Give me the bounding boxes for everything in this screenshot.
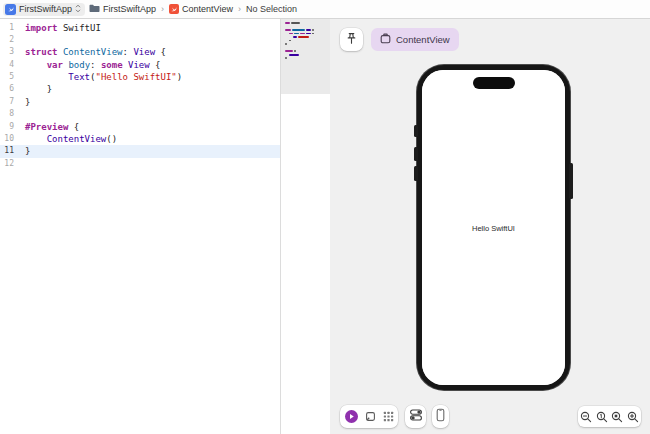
preview-tab-contentview[interactable]: ContentView xyxy=(371,28,459,51)
dynamic-island xyxy=(473,77,515,89)
line-number: 11 xyxy=(0,145,14,157)
line-number: 8 xyxy=(0,108,14,120)
device-settings-icon xyxy=(409,408,423,426)
minimap[interactable] xyxy=(281,19,330,434)
code-line-7[interactable]: 7} xyxy=(0,96,280,108)
code-line-8[interactable]: 8 xyxy=(0,108,280,120)
line-number: 9 xyxy=(0,121,14,133)
code-line-1[interactable]: 1import SwiftUI xyxy=(0,22,280,34)
xcode-window: FirstSwiftApp FirstSwiftApp › ContentVie… xyxy=(0,0,650,434)
line-number: 10 xyxy=(0,133,14,145)
code-editor[interactable]: 1import SwiftUI23struct ContentView: Vie… xyxy=(0,19,281,434)
code-line-5[interactable]: 5 Text("Hello SwiftUI") xyxy=(0,71,280,83)
preview-screen[interactable]: Hello SwiftUI xyxy=(422,70,565,385)
preview-text: Hello SwiftUI xyxy=(422,224,565,233)
line-number: 5 xyxy=(0,71,14,83)
volume-down-button xyxy=(414,166,418,181)
iphone-icon xyxy=(436,408,445,426)
zoom-in-button[interactable] xyxy=(625,411,641,423)
swift-file-icon xyxy=(169,4,179,14)
selectable-mode-button[interactable] xyxy=(365,411,376,422)
power-button xyxy=(569,163,573,199)
target-selector[interactable]: FirstSwiftApp xyxy=(3,3,85,16)
line-number: 7 xyxy=(0,96,14,108)
line-number: 2 xyxy=(0,34,14,46)
jump-bar: FirstSwiftApp FirstSwiftApp › ContentVie… xyxy=(0,0,650,19)
preview-tab-label: ContentView xyxy=(396,34,450,45)
code-lines: 1import SwiftUI23struct ContentView: Vie… xyxy=(0,22,280,171)
device-picker-button[interactable] xyxy=(432,405,449,428)
line-number: 4 xyxy=(0,59,14,71)
canvas-frame-icon xyxy=(380,33,391,46)
code-line-4[interactable]: 4 var body: some View { xyxy=(0,59,280,71)
iphone-preview-device: Hello SwiftUI xyxy=(417,65,570,390)
folder-icon xyxy=(89,4,100,15)
line-number: 12 xyxy=(0,158,14,170)
code-line-11[interactable]: 11} xyxy=(0,145,280,157)
live-preview-button[interactable] xyxy=(345,410,358,423)
breadcrumb-file-label: ContentView xyxy=(182,4,233,14)
zoom-out-button[interactable] xyxy=(578,411,594,423)
code-line-3[interactable]: 3struct ContentView: View { xyxy=(0,46,280,58)
app-target-icon xyxy=(5,4,16,15)
breadcrumb-folder-label: FirstSwiftApp xyxy=(103,4,156,14)
pin-icon xyxy=(345,31,358,49)
line-number: 6 xyxy=(0,83,14,95)
zoom-toolbar xyxy=(578,406,641,427)
mute-switch xyxy=(414,125,418,137)
code-line-12[interactable]: 12 xyxy=(0,158,280,170)
variants-mode-button[interactable] xyxy=(383,411,394,422)
breadcrumb-separator: › xyxy=(237,4,242,14)
zoom-fit-button[interactable] xyxy=(610,411,626,423)
minimap-code xyxy=(285,21,328,64)
code-line-6[interactable]: 6 } xyxy=(0,83,280,95)
line-number: 1 xyxy=(0,22,14,34)
breadcrumb-selection[interactable]: No Selection xyxy=(246,4,297,14)
breadcrumb-folder[interactable]: FirstSwiftApp xyxy=(89,4,156,15)
code-line-2[interactable]: 2 xyxy=(0,34,280,46)
code-line-9[interactable]: 9#Preview { xyxy=(0,121,280,133)
device-settings-button[interactable] xyxy=(405,405,426,428)
volume-up-button xyxy=(414,147,418,161)
pin-preview-button[interactable] xyxy=(340,28,363,51)
line-number: 3 xyxy=(0,46,14,58)
preview-mode-toolbar xyxy=(340,405,398,428)
code-line-10[interactable]: 10 ContentView() xyxy=(0,133,280,145)
zoom-100-button[interactable] xyxy=(594,411,610,423)
target-name: FirstSwiftApp xyxy=(19,4,72,14)
breadcrumb-file[interactable]: ContentView xyxy=(169,4,233,14)
chevron-updown-icon xyxy=(75,4,81,15)
preview-canvas: ContentView Hello SwiftUI xyxy=(330,19,650,434)
breadcrumb-separator: › xyxy=(160,4,165,14)
